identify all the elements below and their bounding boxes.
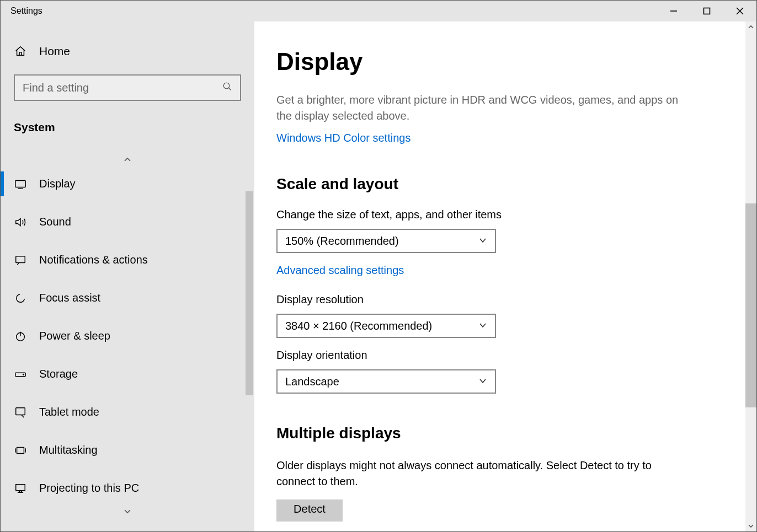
detect-label: Detect xyxy=(294,503,326,515)
orientation-label: Display orientation xyxy=(276,349,685,362)
display-icon xyxy=(14,178,27,190)
scale-value: 150% (Recommended) xyxy=(285,235,399,248)
scroll-down-button[interactable] xyxy=(745,520,756,531)
chevron-down-icon xyxy=(748,523,754,529)
minimize-button[interactable] xyxy=(657,1,690,22)
svg-rect-14 xyxy=(17,447,24,453)
page-title: Display xyxy=(276,48,685,76)
sidebar-item-multitasking[interactable]: Multitasking xyxy=(1,431,254,469)
sidebar-item-projecting[interactable]: Projecting to this PC xyxy=(1,469,254,507)
svg-rect-6 xyxy=(15,180,25,187)
sidebar-item-focus-assist[interactable]: Focus assist xyxy=(1,279,254,317)
maximize-icon xyxy=(703,7,711,15)
resolution-value: 3840 × 2160 (Recommended) xyxy=(285,320,432,332)
main-panel: Display Get a brighter, more vibrant pic… xyxy=(254,22,756,531)
hd-color-settings-link[interactable]: Windows HD Color settings xyxy=(276,132,411,144)
main-scrollbar[interactable] xyxy=(745,22,756,531)
window-controls xyxy=(657,1,756,22)
search-input[interactable] xyxy=(23,82,222,94)
sidebar-item-display[interactable]: Display xyxy=(1,165,254,203)
sidebar-section-label: System xyxy=(1,101,254,138)
sidebar-scroll-up[interactable] xyxy=(1,155,254,165)
chevron-up-icon xyxy=(748,24,754,30)
sidebar-scroll-down[interactable] xyxy=(1,507,254,517)
scroll-up-button[interactable] xyxy=(745,22,756,33)
sound-icon xyxy=(14,216,27,228)
multitasking-icon xyxy=(14,444,27,456)
svg-point-12 xyxy=(23,374,24,375)
chevron-down-icon xyxy=(124,509,131,514)
window-title: Settings xyxy=(10,6,42,16)
home-icon xyxy=(14,45,27,57)
sidebar-scrollbar-thumb[interactable] xyxy=(246,191,253,395)
svg-rect-13 xyxy=(16,407,25,415)
sidebar-item-label: Display xyxy=(39,178,76,190)
svg-line-5 xyxy=(228,88,231,90)
hdr-description: Get a brighter, more vibrant picture in … xyxy=(276,92,685,124)
settings-window: Settings Home xyxy=(0,0,757,532)
orientation-dropdown[interactable]: Landscape xyxy=(276,369,496,394)
sidebar-item-label: Tablet mode xyxy=(39,406,99,418)
scale-dropdown[interactable]: 150% (Recommended) xyxy=(276,229,496,253)
svg-rect-8 xyxy=(16,256,25,262)
main-scrollbar-thumb[interactable] xyxy=(745,203,756,407)
svg-point-4 xyxy=(223,83,230,89)
svg-rect-1 xyxy=(704,8,710,14)
chevron-down-icon xyxy=(478,375,487,388)
detect-button[interactable]: Detect xyxy=(276,499,343,522)
home-label: Home xyxy=(39,45,70,58)
multiple-displays-heading: Multiple displays xyxy=(276,424,685,442)
scale-layout-heading: Scale and layout xyxy=(276,175,685,193)
multiple-displays-description: Older displays might not always connect … xyxy=(276,458,685,490)
chevron-down-icon xyxy=(478,235,487,248)
search-icon xyxy=(222,82,232,94)
power-icon xyxy=(14,330,27,342)
sidebar-item-label: Notifications & actions xyxy=(39,254,148,266)
focus-assist-icon xyxy=(14,292,27,304)
sidebar-item-label: Projecting to this PC xyxy=(39,482,139,495)
maximize-button[interactable] xyxy=(690,1,723,22)
home-nav[interactable]: Home xyxy=(1,38,254,65)
advanced-scaling-link[interactable]: Advanced scaling settings xyxy=(276,264,404,277)
sidebar-nav: Display Sound Notifications & actions xyxy=(1,155,254,531)
sidebar-item-label: Sound xyxy=(39,216,71,228)
close-button[interactable] xyxy=(723,1,756,22)
search-box[interactable] xyxy=(14,74,241,101)
chevron-up-icon xyxy=(124,157,131,162)
projecting-icon xyxy=(14,482,27,495)
sidebar-item-label: Storage xyxy=(39,368,78,380)
storage-icon xyxy=(14,368,27,380)
sidebar-item-storage[interactable]: Storage xyxy=(1,355,254,393)
sidebar-item-tablet-mode[interactable]: Tablet mode xyxy=(1,393,254,431)
sidebar-item-power-sleep[interactable]: Power & sleep xyxy=(1,317,254,355)
close-icon xyxy=(736,7,744,15)
sidebar-item-label: Multitasking xyxy=(39,444,98,456)
resolution-label: Display resolution xyxy=(276,293,685,306)
resolution-dropdown[interactable]: 3840 × 2160 (Recommended) xyxy=(276,314,496,338)
minimize-icon xyxy=(670,7,678,15)
sidebar-item-label: Focus assist xyxy=(39,292,100,304)
titlebar: Settings xyxy=(1,1,756,22)
orientation-value: Landscape xyxy=(285,375,339,388)
chevron-down-icon xyxy=(478,320,487,332)
sidebar-item-label: Power & sleep xyxy=(39,330,110,342)
sidebar-item-notifications[interactable]: Notifications & actions xyxy=(1,241,254,279)
notifications-icon xyxy=(14,254,27,266)
sidebar-item-sound[interactable]: Sound xyxy=(1,203,254,241)
sidebar: Home System Dis xyxy=(1,22,254,531)
scale-label: Change the size of text, apps, and other… xyxy=(276,208,685,221)
tablet-icon xyxy=(14,406,27,418)
svg-rect-17 xyxy=(16,484,25,490)
